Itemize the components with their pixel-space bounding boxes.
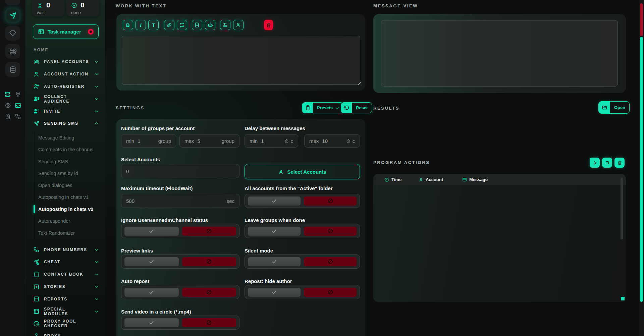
timeout-input[interactable]: 500 sec [121,194,239,208]
repost-button[interactable] [177,20,187,30]
toggle-yes-option[interactable] [124,318,179,327]
sidebar-item-account-action[interactable]: ACCOUNT ACTION [25,68,105,80]
gear-icon[interactable] [5,102,11,109]
server-check-icon[interactable] [5,91,11,98]
textarea-resize-handle[interactable] [357,81,361,85]
sidebar-item-special-modules[interactable]: SPECIAL MODULES [25,305,105,318]
sidebar-item-label: AUTO-REGISTER [44,84,85,89]
task-manager-button[interactable]: Task manager [33,24,99,39]
accounts-count-input[interactable]: 0 [121,164,239,178]
app-partial-icon-button[interactable] [5,0,20,5]
sidebar-item-collect-audience[interactable]: COLLECT AUDIENCE [25,93,105,105]
code-window-icon[interactable] [15,102,21,109]
chevron-down-icon [94,84,99,89]
wait-counter-value: 0 [46,1,50,9]
table-resize-handle[interactable] [621,297,625,300]
submenu-item-comments-in-channel[interactable]: Comments in the channel [34,144,105,156]
text-template-icon [222,22,228,28]
toggle-yes-option[interactable] [248,197,301,206]
toggle-yes-option[interactable] [248,288,301,297]
sidebar-item-phone-numbers[interactable]: PHONE NUMBERS [25,243,105,256]
delay-max-input[interactable]: max 10 c [304,134,360,148]
program-actions-table: Time Account Message [373,174,626,302]
toggle-no-option[interactable] [182,288,236,297]
toggle-no-option[interactable] [304,288,357,297]
sidebar-item-auto-register[interactable]: AUTO-REGISTER [25,80,105,93]
sidebar-item-proxy-pool-checker[interactable]: PROXY POOL CHECKER [25,318,105,330]
toggle-auto-repost [121,285,239,299]
submenu-item-autoresponder[interactable]: Autoresponder [34,215,105,227]
document-check-icon[interactable] [5,113,11,120]
groups-min-input[interactable]: min 1 group [121,134,176,148]
submenu-item-message-editing[interactable]: Message Editing [34,132,105,144]
link-button[interactable] [164,20,174,30]
sidebar-item-cheat[interactable]: CHEAT [25,256,105,268]
toggle-yes-option[interactable] [124,257,179,266]
text-template-button[interactable] [220,20,230,30]
clear-log-button[interactable] [614,158,625,168]
sidebar-item-contact-book[interactable]: CONTACT BOOK [25,268,105,281]
submenu-item-sending-sms-by-id[interactable]: Sending sms by id [34,167,105,179]
start-button[interactable] [590,158,600,168]
account-insert-button[interactable] [233,20,244,30]
attach-file-button[interactable] [192,20,202,30]
toggle-yes-option[interactable] [248,257,301,266]
table-scrollbar[interactable] [621,177,623,239]
toggle-no-option[interactable] [182,257,236,266]
toggle-no-option[interactable] [182,318,236,327]
bold-button[interactable]: B [123,20,133,30]
toggle-no-option[interactable] [304,227,357,236]
toggle-no-option[interactable] [304,197,357,206]
submenu-item-text-randomizer[interactable]: Text Randomizer [34,227,105,239]
submenu-item-autoposting-v2[interactable]: Autoposting in chats v2 [34,203,105,215]
open-results-button[interactable]: Open [598,101,630,114]
sidebar-nav: HOME PANEL ACCOUNTS ACCOUNT ACTION AUTO-… [25,44,105,336]
robot-icon [207,22,213,28]
text-button[interactable]: T [148,20,159,30]
presets-button[interactable]: Presets [302,102,343,113]
stop-button[interactable] [602,158,612,168]
diamond-rail-button[interactable] [5,26,20,41]
submenu-item-sending-sms[interactable]: Sending SMS [34,156,105,168]
toggle-yes-option[interactable] [124,288,179,297]
clock-icon [384,177,389,182]
app-window: 0 wait 0 done Task manager HOME PANEL AC… [0,0,644,336]
sidebar-item-stories[interactable]: STORIES [25,281,105,293]
sidebar-item-reports[interactable]: REPORTS [25,293,105,305]
page-scrollbar-marker[interactable] [640,3,643,36]
toggle-ignore-userbanned [121,224,239,238]
phone-icon [33,246,40,253]
sidebar-item-invite[interactable]: INVITE [25,105,105,117]
sidebar-item-sending-sms[interactable]: SENDING SMS [25,117,105,130]
sidebar-item-proxy[interactable]: PROXY [25,330,105,336]
select-accounts-button[interactable]: Select Accounts [245,164,360,179]
toggle-no-option[interactable] [304,257,357,266]
italic-button[interactable]: I [136,20,146,30]
submenu-item-open-dialogues[interactable]: Open dialogues [34,179,105,191]
toggle-yes-option[interactable] [124,227,179,236]
toggle-yes-option[interactable] [248,227,301,236]
bot-button[interactable] [205,20,215,30]
message-text-input[interactable] [122,36,360,85]
groups-max-input[interactable]: max 5 group [179,134,239,148]
clear-text-button[interactable] [264,20,273,30]
delay-min-input[interactable]: min 1 c [245,134,298,148]
database-rail-button[interactable] [5,62,20,77]
reset-button[interactable]: Reset [341,102,372,113]
page-scrollbar-track[interactable] [639,0,644,336]
plus-square-icon [33,284,40,290]
work-with-text-title: WORK WITH TEXT [116,3,166,8]
bold-icon: B [126,22,130,28]
webcam-icon[interactable] [15,91,21,98]
send-rail-button[interactable] [5,8,20,23]
command-rail-button[interactable] [5,44,20,59]
preview-links-label: Preview links [121,248,153,254]
sidebar-item-panel-accounts[interactable]: PANEL ACCOUNTS [25,56,105,68]
toggle-no-option[interactable] [182,227,236,236]
page-scrollbar-thumb[interactable] [640,37,643,302]
submenu-item-autoposting-v1[interactable]: Autoposting in chats v1 [34,191,105,203]
layout-swap-icon[interactable] [15,113,21,120]
message-preview-area [381,20,618,87]
column-time-label: Time [391,177,401,182]
sidebar-item-label: ACCOUNT ACTION [44,72,89,76]
